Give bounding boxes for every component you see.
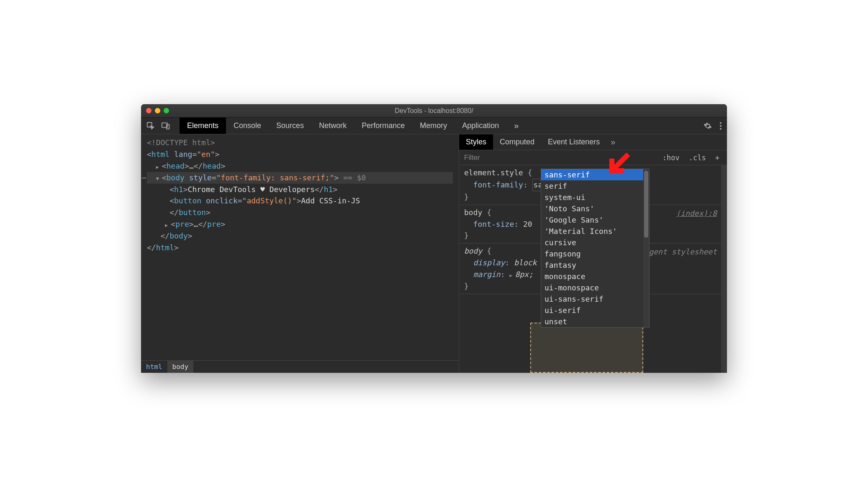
autocomplete-option[interactable]: ui-sans-serif [541,293,649,305]
doctype-node[interactable]: <!DOCTYPE html> [147,138,215,147]
elements-panel: <!DOCTYPE html> <html lang="en"> <head>…… [141,134,459,373]
styles-panel: Styles Computed Event Listeners » :hov .… [459,134,727,373]
breadcrumbs: html body [141,360,459,373]
autocomplete-option[interactable]: fangsong [541,248,649,259]
window-title: DevTools - localhost:8080/ [395,107,473,115]
kebab-menu-icon[interactable] [719,122,722,130]
tabs-overflow-icon[interactable]: » [506,118,526,134]
titlebar: DevTools - localhost:8080/ [141,104,727,118]
autocomplete-option[interactable]: 'Noto Sans' [541,203,649,214]
tab-computed[interactable]: Computed [493,134,541,150]
device-toolbar-icon[interactable] [161,121,170,131]
panel-tabs: Elements Console Sources Network Perform… [180,118,526,134]
stylesheet-source-link[interactable]: (index):8 [676,209,717,218]
box-model-widget[interactable] [530,323,643,373]
window-controls [146,108,169,113]
styles-filter-row: :hov .cls + [459,150,727,165]
tab-memory[interactable]: Memory [412,118,455,134]
new-style-rule-button[interactable]: + [713,153,722,163]
breadcrumb-body[interactable]: body [167,361,194,373]
autocomplete-option[interactable]: serif [541,180,649,192]
tab-sources[interactable]: Sources [269,118,311,134]
autocomplete-option[interactable]: monospace [541,271,649,282]
toggle-cls-button[interactable]: .cls [686,153,709,163]
tab-event-listeners[interactable]: Event Listeners [541,134,606,150]
tab-performance[interactable]: Performance [354,118,412,134]
autocomplete-option[interactable]: unset [541,316,649,327]
autocomplete-option[interactable]: 'Material Icons' [541,226,649,237]
tab-console[interactable]: Console [226,118,269,134]
tab-application[interactable]: Application [455,118,506,134]
autocomplete-option[interactable]: sans-serif [541,169,649,180]
tab-styles[interactable]: Styles [459,134,493,150]
minimize-icon[interactable] [155,108,160,113]
zoom-icon[interactable] [164,108,169,113]
close-icon[interactable] [146,108,152,113]
tab-elements[interactable]: Elements [180,118,226,134]
styles-tabs-overflow-icon[interactable]: » [606,134,619,150]
svg-point-3 [720,122,722,124]
expand-toggle-icon[interactable] [156,172,162,184]
devtools-window: DevTools - localhost:8080/ Elements Cons… [141,104,727,373]
autocomplete-option[interactable]: system-ui [541,192,649,203]
settings-gear-icon[interactable] [704,122,712,130]
toggle-hov-button[interactable]: :hov [660,153,682,163]
svg-point-5 [720,128,722,130]
dropdown-scrollbar[interactable] [643,169,649,327]
selected-body-node[interactable]: <body style="font-family: sans-serif;"> … [147,172,453,184]
main-toolbar: Elements Console Sources Network Perform… [141,118,727,134]
styles-sidebar-tabs: Styles Computed Event Listeners » [459,134,727,150]
autocomplete-option[interactable]: cursive [541,237,649,248]
autocomplete-option[interactable]: fantasy [541,259,649,271]
autocomplete-option[interactable]: ui-monospace [541,282,649,293]
tab-network[interactable]: Network [311,118,354,134]
expand-toggle-icon[interactable] [156,160,162,172]
inspect-element-icon[interactable] [146,121,155,131]
svg-point-4 [720,125,722,127]
breadcrumb-html[interactable]: html [141,361,167,373]
font-family-autocomplete-dropdown: sans-serif serif system-ui 'Noto Sans' '… [541,169,650,328]
styles-filter-input[interactable] [464,154,656,162]
autocomplete-option[interactable]: 'Google Sans' [541,214,649,226]
autocomplete-option[interactable]: ui-serif [541,305,649,316]
main-area: <!DOCTYPE html> <html lang="en"> <head>…… [141,134,727,373]
dom-tree[interactable]: <!DOCTYPE html> <html lang="en"> <head>…… [141,134,459,360]
expand-toggle-icon[interactable] [165,218,171,230]
